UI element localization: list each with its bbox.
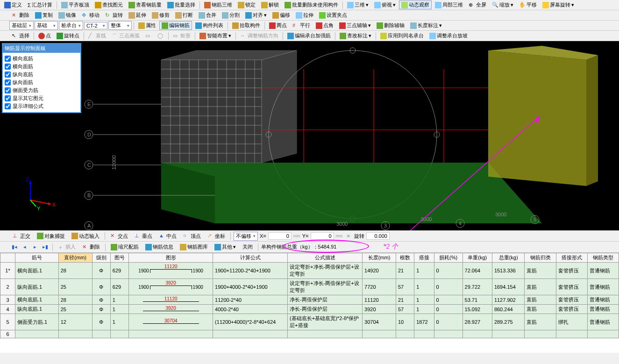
screen-rotate-button[interactable]: 屏幕旋转▾ bbox=[540, 0, 576, 9]
cell-shape[interactable]: 190039201900 bbox=[129, 279, 213, 295]
point-angle-button[interactable]: 点角 bbox=[313, 21, 336, 30]
trim-button[interactable]: 修剪 bbox=[149, 11, 172, 20]
table-row-empty[interactable]: 6 bbox=[0, 330, 619, 338]
cell-grade[interactable]: Φ bbox=[92, 295, 110, 305]
cell-unitw[interactable]: 29.722 bbox=[462, 279, 492, 295]
cell-cat[interactable]: 直筋 bbox=[525, 279, 556, 295]
table-row[interactable]: 2纵向面筋.125Φ6291900392019001900+4000-2*40+… bbox=[0, 279, 619, 295]
fullscreen-button[interactable]: ⊕全屏 bbox=[466, 0, 489, 9]
cell-desc[interactable]: 设定弯折+净长-两倍保护层+设定弯折 bbox=[288, 279, 363, 295]
prop-button[interactable]: 属性 bbox=[136, 21, 158, 30]
cell-length[interactable]: 3920 bbox=[363, 305, 396, 314]
cell-grade[interactable]: Φ bbox=[92, 279, 110, 295]
coord-button[interactable]: ↗坐标 bbox=[205, 232, 228, 241]
point-button[interactable]: 点 bbox=[36, 31, 53, 40]
insert-button[interactable]: ＋插入 bbox=[56, 243, 78, 251]
cell-count[interactable]: 10 bbox=[396, 314, 414, 330]
cell-formula[interactable]: 4000-2*40 bbox=[213, 305, 288, 314]
ortho-button[interactable]: ⊥正交 bbox=[10, 232, 33, 241]
cell-count[interactable]: 21 bbox=[396, 263, 414, 279]
cell-unitw[interactable]: 28.927 bbox=[462, 314, 492, 330]
arc-button[interactable]: ⌒三点画弧 bbox=[109, 31, 142, 40]
two-point-button[interactable]: 两点 bbox=[267, 21, 289, 30]
lock-button[interactable]: 锁定 bbox=[235, 0, 258, 9]
delete-row-button[interactable]: ✕删除 bbox=[80, 243, 102, 251]
cell-lapform[interactable]: 套管挤压 bbox=[556, 295, 587, 305]
other-button[interactable]: 其他▾ bbox=[212, 243, 238, 251]
cell-unitw[interactable]: 15.092 bbox=[462, 305, 492, 314]
cell-loss[interactable]: 0 bbox=[434, 263, 462, 279]
cell-lapform[interactable]: 绑扎 bbox=[556, 314, 587, 330]
panel-check-5[interactable] bbox=[5, 95, 11, 101]
offset-button[interactable]: 偏移 bbox=[270, 11, 292, 20]
cell-type[interactable]: 普通钢筋 bbox=[587, 279, 619, 295]
panel-item-3[interactable]: 纵向面筋 bbox=[5, 79, 78, 86]
cell-shape[interactable]: 3920 bbox=[129, 305, 213, 314]
rebar-display-panel[interactable]: 钢筋显示控制面板 横向底筋横向面筋纵向底筋纵向面筋侧面受力筋显示其它图元显示详细… bbox=[2, 43, 81, 113]
merge-button[interactable]: 合并 bbox=[196, 11, 219, 20]
cell-totalw[interactable]: 860.244 bbox=[492, 305, 525, 314]
batch-select-button[interactable]: 批量选择 bbox=[165, 0, 198, 9]
cell-diameter[interactable]: 28 bbox=[58, 263, 92, 279]
perp-button[interactable]: ⊥垂点 bbox=[132, 232, 155, 241]
cell-formula[interactable]: 11200-2*40 bbox=[213, 295, 288, 305]
table-row[interactable]: 1*横向面筋.128Φ62919001112019001900+11200-2*… bbox=[0, 263, 619, 279]
cell-cat[interactable]: 直筋 bbox=[525, 305, 556, 314]
cell-grade[interactable]: Φ bbox=[92, 305, 110, 314]
panel-item-4[interactable]: 侧面受力筋 bbox=[5, 86, 78, 94]
cell-cat[interactable]: 直筋 bbox=[525, 295, 556, 305]
rotate-point-button[interactable]: 旋转点 bbox=[54, 31, 82, 40]
smart-layout-button[interactable]: 智能布置▾ bbox=[197, 31, 234, 40]
panel-check-1[interactable] bbox=[5, 64, 11, 70]
cell-desc[interactable]: (基础底长+基础底宽)*2-8*保护层+搭接 bbox=[288, 314, 363, 330]
extend-button[interactable]: 延伸 bbox=[126, 11, 149, 20]
apply-same-button[interactable]: 应用到同名承台 bbox=[378, 31, 426, 40]
cell-desc[interactable]: 净长-两倍保护层 bbox=[288, 305, 363, 314]
panel-item-2[interactable]: 纵向底筋 bbox=[5, 71, 78, 79]
cell-cat[interactable]: 直筋 bbox=[525, 314, 556, 330]
set-pivot-button[interactable]: 设置夹点 bbox=[317, 11, 349, 20]
cell-type[interactable]: 普通钢筋 bbox=[587, 314, 619, 330]
cell-totalw[interactable]: 289.275 bbox=[492, 314, 525, 330]
mid-button[interactable]: ▲中点 bbox=[157, 232, 179, 241]
zoom-button[interactable]: 🔍缩放▾ bbox=[490, 0, 516, 9]
cell-lap[interactable]: 1 bbox=[414, 305, 434, 314]
code-combo[interactable]: CT-2▾ bbox=[84, 22, 107, 29]
unlock-button[interactable]: 解锁 bbox=[259, 0, 281, 9]
cell-name[interactable]: 纵向底筋.1 bbox=[15, 305, 59, 314]
panel-item-1[interactable]: 横向面筋 bbox=[5, 63, 78, 71]
cell-type[interactable]: 普通钢筋 bbox=[587, 263, 619, 279]
sum-calc-button[interactable]: Σ汇总计算 bbox=[25, 0, 55, 9]
panel-check-2[interactable] bbox=[5, 71, 11, 78]
layer-combo[interactable]: 基础层▾ bbox=[9, 21, 34, 30]
cell-lapform[interactable]: 套管挤压 bbox=[556, 263, 587, 279]
cell-shape[interactable]: 30704 bbox=[129, 314, 213, 330]
cell-formula[interactable]: 1900+4000-2*40+1900 bbox=[213, 279, 288, 295]
cell-length[interactable]: 30704 bbox=[363, 314, 396, 330]
cell-cat[interactable]: 直筋 bbox=[525, 263, 556, 279]
cell-lap[interactable]: 1 bbox=[414, 263, 434, 279]
rebar-table[interactable]: 筋号 直径(mm) 级别 图号 图形 计算公式 公式描述 长度(mm) 根数 搭… bbox=[0, 253, 619, 338]
obj-snap-button[interactable]: 对象捕捉 bbox=[35, 232, 67, 241]
cell-type[interactable]: 普通钢筋 bbox=[587, 295, 619, 305]
ic1[interactable]: ▭ bbox=[143, 32, 154, 40]
ic2[interactable]: ◯ bbox=[155, 32, 166, 40]
cell-desc[interactable]: 净长-两倍保护层 bbox=[288, 295, 363, 305]
cell-diameter[interactable]: 12 bbox=[58, 314, 92, 330]
cell-fig[interactable]: 1 bbox=[110, 295, 128, 305]
define-button[interactable]: 定义 bbox=[2, 0, 24, 9]
nav-next-button[interactable]: ▸ bbox=[31, 243, 39, 251]
rect-button[interactable]: ▭矩形 bbox=[171, 31, 193, 40]
apex-button[interactable]: ○顶点 bbox=[181, 232, 203, 241]
cell-name[interactable]: 侧面受力筋.1 bbox=[15, 314, 59, 330]
line-button[interactable]: ╱直线 bbox=[86, 31, 108, 40]
cell-fig[interactable]: 629 bbox=[110, 279, 128, 295]
rebar-3d-button[interactable]: 钢筋三维 bbox=[202, 0, 235, 9]
dyn-input-button[interactable]: 动态输入 bbox=[69, 232, 102, 241]
cell-diameter[interactable]: 25 bbox=[58, 279, 92, 295]
cell-loss[interactable]: 0 bbox=[434, 279, 462, 295]
panel-check-4[interactable] bbox=[5, 87, 11, 93]
stretch-button[interactable]: 拉伸 bbox=[293, 11, 316, 20]
parallel-button[interactable]: #平行 bbox=[290, 21, 313, 30]
cell-desc[interactable]: 设定弯折+净长-两倍保护层+设定弯折 bbox=[288, 263, 363, 279]
